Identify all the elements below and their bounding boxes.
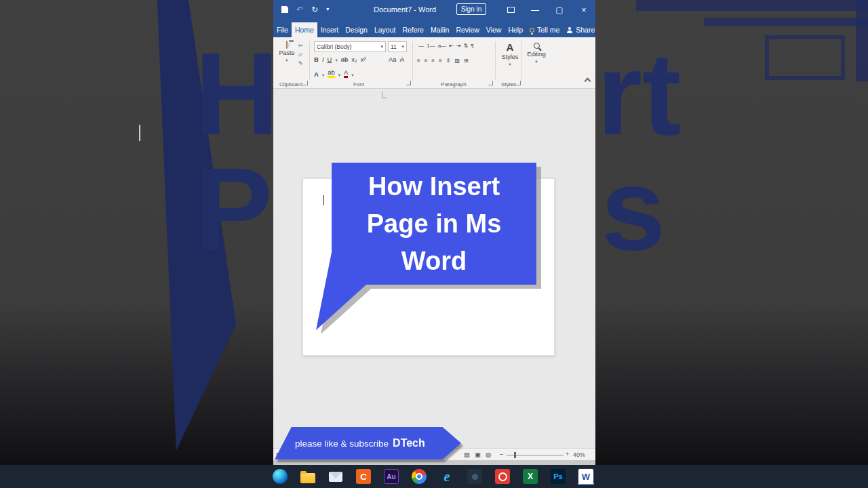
background-text-fragment: P xyxy=(195,150,273,267)
tab-home[interactable]: Home xyxy=(292,22,317,37)
chrome-icon[interactable] xyxy=(411,468,427,485)
dropdown-arrow-icon[interactable]: ▾ xyxy=(338,73,340,78)
file-explorer-icon[interactable] xyxy=(300,468,316,485)
tab-review[interactable]: Review xyxy=(452,22,482,37)
dropdown-arrow-icon: ▾ xyxy=(380,44,383,49)
shading-button[interactable]: ▨ xyxy=(454,58,460,64)
font-color-button[interactable]: A xyxy=(344,69,348,78)
editing-label: Editing xyxy=(525,51,548,58)
borders-button[interactable]: ⊞ xyxy=(464,58,469,64)
tab-insert[interactable]: Insert xyxy=(317,22,342,37)
orange-c-app-icon[interactable]: C xyxy=(355,468,372,485)
text-effects-button[interactable]: A xyxy=(314,70,319,78)
tab-mailings[interactable]: Mailin xyxy=(427,22,452,37)
styles-dialog-launcher[interactable] xyxy=(516,81,521,85)
clear-formatting-button[interactable]: A xyxy=(400,56,404,63)
background-text-fragment: s xyxy=(601,150,666,267)
sort-button[interactable]: ⇅ xyxy=(464,43,469,49)
maximize-button[interactable]: ▢ xyxy=(551,0,568,20)
sign-in-button[interactable]: Sign in xyxy=(456,3,486,15)
underline-button[interactable]: U xyxy=(328,56,332,63)
tab-design[interactable]: Design xyxy=(342,22,371,37)
save-icon[interactable] xyxy=(281,6,288,13)
editing-button[interactable]: Editing ▾ xyxy=(525,43,548,64)
paste-button[interactable]: Paste ▾ xyxy=(277,41,296,63)
dropdown-arrow-icon[interactable]: ▾ xyxy=(351,73,353,78)
print-layout-icon[interactable]: ▣ xyxy=(475,451,481,458)
font-size-combobox[interactable]: 11 ▾ xyxy=(388,41,407,52)
styles-button[interactable]: A Styles ▾ xyxy=(500,41,520,67)
minimize-button[interactable]: — xyxy=(526,0,544,20)
increase-indent-button[interactable]: ⇥ xyxy=(456,43,461,49)
font-name-combobox[interactable]: Calibri (Body) ▾ xyxy=(314,41,386,52)
clipboard-mini-buttons: ✂ ▱ ✎ xyxy=(298,43,303,66)
redo-icon[interactable]: ↻ xyxy=(311,5,318,14)
internet-explorer-icon[interactable]: e xyxy=(439,468,455,485)
paragraph-dialog-launcher[interactable] xyxy=(488,81,493,85)
subscribe-banner: please like & subscribe DTech xyxy=(275,427,461,460)
tab-layout[interactable]: Layout xyxy=(371,22,399,37)
multilevel-list-button[interactable]: a— xyxy=(438,43,446,49)
c-glyph: C xyxy=(356,469,371,484)
decrease-indent-button[interactable]: ⇤ xyxy=(449,43,454,49)
taskbar: C Au e X Ps W xyxy=(0,465,868,488)
zoom-level-value[interactable]: 40% xyxy=(573,451,585,458)
font-dialog-launcher[interactable] xyxy=(406,81,411,85)
tell-me-button[interactable]: Tell me xyxy=(526,22,563,37)
window-controls: — ▢ × xyxy=(502,0,593,20)
read-mode-icon[interactable]: ▤ xyxy=(464,451,470,458)
align-center-button[interactable]: ≡ xyxy=(425,58,428,64)
change-case-button[interactable]: Aa xyxy=(389,56,397,63)
justify-button[interactable]: ≡ xyxy=(439,58,442,64)
highlight-color-button[interactable]: ab xyxy=(328,69,335,78)
numbering-button[interactable]: 1— xyxy=(427,43,435,49)
undo-icon[interactable]: ↶ xyxy=(296,5,303,14)
zoom-in-button[interactable]: + xyxy=(566,451,569,458)
bullets-button[interactable]: ∙— xyxy=(417,43,424,49)
customize-qat-icon[interactable]: ▾ xyxy=(326,7,329,12)
align-right-button[interactable]: ≡ xyxy=(431,58,435,64)
collapse-ribbon-icon[interactable] xyxy=(585,78,591,85)
word-icon[interactable]: W xyxy=(578,468,594,485)
dropdown-arrow-icon[interactable]: ▾ xyxy=(335,58,337,63)
audition-icon[interactable]: Au xyxy=(383,468,399,485)
excel-icon[interactable]: X xyxy=(522,468,538,485)
background-right: rt s xyxy=(595,0,868,465)
tab-file[interactable]: File xyxy=(273,22,292,37)
group-separator xyxy=(309,41,310,79)
dropdown-arrow-icon[interactable]: ▾ xyxy=(322,73,324,78)
zoom-slider-thumb[interactable] xyxy=(514,452,516,458)
mail-icon[interactable] xyxy=(328,468,344,485)
dark-app-icon[interactable] xyxy=(467,468,483,485)
tell-me-label: Tell me xyxy=(537,26,559,34)
ribbon-display-options-icon[interactable] xyxy=(502,0,519,20)
subscript-button[interactable]: x₂ xyxy=(351,56,357,63)
font-group-label: Font xyxy=(311,81,407,87)
tab-help[interactable]: Help xyxy=(505,22,526,37)
photoshop-icon[interactable]: Ps xyxy=(550,468,566,485)
superscript-button[interactable]: x² xyxy=(361,56,366,63)
bold-button[interactable]: B xyxy=(314,56,319,63)
web-layout-icon[interactable]: ◍ xyxy=(486,451,491,458)
show-formatting-marks-button[interactable]: ¶ xyxy=(471,43,473,49)
format-painter-icon[interactable]: ✎ xyxy=(298,60,303,66)
callout-line: Word xyxy=(401,243,467,280)
close-button[interactable]: × xyxy=(575,0,593,20)
line-spacing-button[interactable]: ⇕ xyxy=(446,58,451,64)
red-app-icon[interactable] xyxy=(494,468,511,485)
ps-glyph: Ps xyxy=(551,469,566,484)
italic-button[interactable]: I xyxy=(322,56,324,63)
edge-icon[interactable] xyxy=(272,468,288,485)
ribbon-home: Paste ▾ ✂ ▱ ✎ Clipboard Calibri (Body) ▾… xyxy=(273,37,595,89)
tab-references[interactable]: Refere xyxy=(399,22,427,37)
zoom-out-button[interactable]: – xyxy=(500,451,503,458)
share-button[interactable]: Share xyxy=(563,22,600,37)
subscribe-banner-text: please like & subscribe xyxy=(295,439,389,449)
tab-view[interactable]: View xyxy=(483,22,505,37)
copy-icon[interactable]: ▱ xyxy=(298,52,303,58)
align-left-button[interactable]: ≡ xyxy=(417,58,420,64)
cut-icon[interactable]: ✂ xyxy=(298,43,303,49)
strikethrough-button[interactable]: ab xyxy=(341,56,349,63)
clipboard-dialog-launcher[interactable] xyxy=(303,81,308,85)
quick-access-toolbar: ↶ ↻ ▾ xyxy=(281,5,329,14)
